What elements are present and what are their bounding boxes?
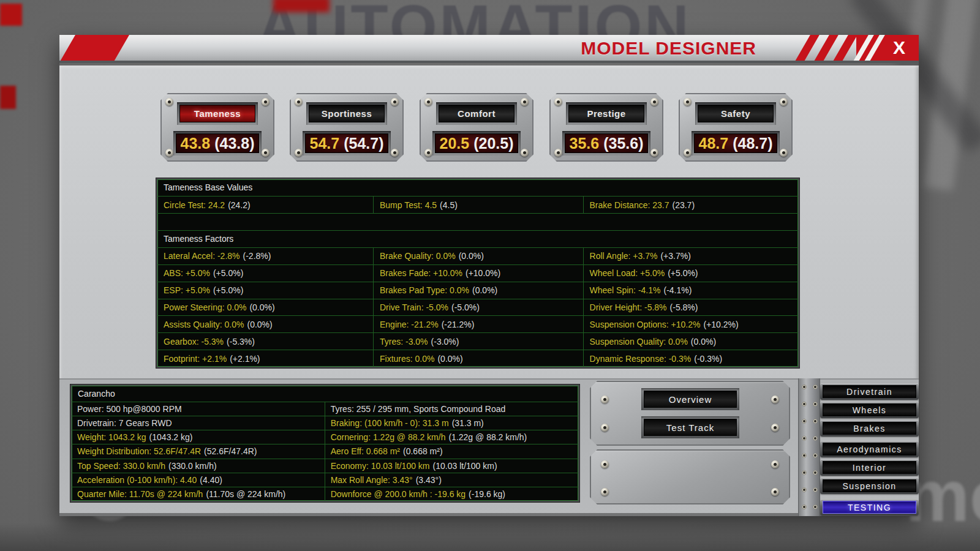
tab-label: Suspension: [823, 479, 916, 492]
stat-cell: Brakes Pad Type: 0.0%(0.0%): [373, 282, 583, 299]
gauge-value-paren: (54.7): [344, 135, 383, 152]
car-stat-paren: (1043.2 kg): [149, 432, 193, 442]
stat-label: Assists Quality: 0.0%: [164, 320, 244, 329]
car-stat-label: Weight: 1043.2 kg: [77, 432, 146, 442]
model-designer-window: MODEL DESIGNER X Tameness 43.8(43.8) Spo…: [59, 35, 919, 516]
tab-aerodynamics[interactable]: Aerodynamics: [820, 441, 919, 457]
screw-icon: [165, 149, 173, 157]
car-stat-paren: (0.668 m²): [403, 446, 443, 456]
gauge-value-display: 20.5(20.5): [432, 131, 521, 156]
gauge-prestige: Prestige 35.6(35.6): [549, 93, 663, 162]
car-stat-cell: Downforce @ 200.0 km/h : -19.6 kg(-19.6 …: [325, 487, 578, 501]
tab-brakes[interactable]: Brakes: [820, 420, 919, 437]
screw-icon: [771, 395, 779, 403]
title-bar: MODEL DESIGNER X: [59, 35, 919, 63]
stat-label: Footprint: +2.1%: [164, 354, 227, 364]
stat-paren: (+2.1%): [230, 354, 260, 364]
stat-paren: (+5.0%): [213, 268, 243, 278]
screw-icon: [262, 98, 270, 106]
gauge-label: Prestige: [568, 105, 644, 122]
stat-cell: Gearbox: -5.3%(-5.3%): [157, 333, 373, 350]
gauge-label: Sportiness: [309, 105, 385, 122]
stat-cell: Power Steering: 0.0%(0.0%): [157, 299, 373, 316]
car-stat-cell: Power: 500 hp@8000 RPM: [72, 402, 325, 416]
screw-icon: [780, 98, 788, 106]
close-x-icon: X: [893, 37, 905, 58]
table-row: Footprint: +2.1%(+2.1%) Fixtures: 0.0%(0…: [157, 350, 798, 367]
table-row: Acceleration (0-100 km/h): 4.40(4.40) Ma…: [72, 473, 578, 487]
gauge-value-display: 35.6(35.6): [562, 131, 650, 156]
car-stat-paren: (3.43°): [416, 475, 442, 485]
gauge-value: 48.7: [699, 135, 729, 152]
screw-icon: [521, 149, 529, 157]
car-stat-paren: (11.70s @ 224 km/h): [206, 489, 285, 499]
gauge-value-paren: (43.8): [214, 135, 254, 152]
gauge-value: 43.8: [181, 135, 211, 152]
gauge-comfort: Comfort 20.5(20.5): [420, 93, 533, 162]
car-stat-label: Top Speed: 330.0 km/h: [77, 461, 165, 471]
car-name: Carancho: [72, 386, 115, 402]
stat-cell: Brake Distance: 23.7(23.7): [583, 197, 798, 213]
gauge-value-paren: (35.6): [603, 135, 643, 152]
car-stat-paren: (10.03 lt/100 km): [433, 461, 497, 471]
tameness-stats-table: Tameness Base Values Circle Test: 24.2(2…: [156, 178, 799, 368]
tab-drivetrain[interactable]: Drivetrain: [820, 383, 919, 400]
stat-paren: (-2.8%): [243, 251, 271, 261]
close-button[interactable]: X: [856, 35, 919, 63]
stat-label: Driver Height: -5.8%: [590, 302, 667, 312]
stat-label: Fixtures: 0.0%: [380, 354, 434, 364]
overview-button[interactable]: Overview: [641, 388, 739, 410]
test-track-button-label: Test Track: [644, 419, 737, 436]
stat-label: Wheel Spin: -4.1%: [590, 285, 661, 295]
tab-interior[interactable]: Interior: [820, 459, 919, 476]
tab-label: Brakes: [823, 422, 916, 435]
car-stat-label: Acceleration (0-100 km/h): 4.40: [77, 475, 197, 485]
screw-icon: [391, 98, 399, 106]
car-stat-paren: (4.40): [200, 475, 222, 485]
stat-cell: Suspension Options: +10.2%(+10.2%): [583, 316, 798, 332]
table-row: Power: 500 hp@8000 RPM Tyres: 255 / 295 …: [72, 402, 578, 416]
stat-label: Lateral Accel: -2.8%: [164, 251, 240, 261]
car-stat-label: Economy: 10.03 lt/100 km: [331, 461, 430, 471]
car-stat-cell: Quarter Mile: 11.70s @ 224 km/h(11.70s @…: [72, 487, 325, 501]
table-row: Weight: 1043.2 kg(1043.2 kg) Cornering: …: [72, 430, 578, 444]
gauge-tab-prestige[interactable]: Prestige: [566, 102, 647, 125]
stat-paren: (23.7): [673, 200, 695, 210]
overview-button-label: Overview: [644, 391, 737, 408]
gauge-value-display: 54.7(54.7): [303, 131, 391, 156]
screw-icon: [554, 98, 562, 106]
stat-label: Wheel Load: +5.0%: [590, 268, 665, 278]
nav-panel: Overview Test Track: [590, 381, 790, 446]
stat-label: Suspension Quality: 0.0%: [590, 337, 688, 347]
gauge-tab-sportiness[interactable]: Sportiness: [306, 102, 387, 125]
gauge-tab-comfort[interactable]: Comfort: [436, 102, 517, 125]
screw-icon: [771, 460, 779, 468]
gauge-tameness: Tameness 43.8(43.8): [160, 93, 274, 162]
stat-cell: Assists Quality: 0.0%(0.0%): [157, 316, 373, 332]
car-stat-label: Downforce @ 200.0 km/h : -19.6 kg: [331, 489, 466, 499]
table-row: Top Speed: 330.0 km/h(330.0 km/h) Econom…: [72, 459, 578, 473]
gauge-tab-tameness[interactable]: Tameness: [177, 102, 258, 125]
stat-paren: (-5.8%): [670, 302, 698, 312]
stat-paren: (+10.0%): [466, 268, 500, 278]
tab-wheels[interactable]: Wheels: [820, 402, 919, 418]
car-stat-label: Max Roll Angle: 3.43°: [331, 475, 413, 485]
stat-paren: (0.0%): [459, 251, 484, 261]
stat-label: Brake Distance: 23.7: [590, 200, 669, 210]
screw-icon: [165, 98, 173, 106]
gauge-value: 20.5: [440, 135, 470, 152]
stat-cell: Driver Height: -5.8%(-5.8%): [583, 299, 798, 316]
gauge-tab-safety[interactable]: Safety: [695, 102, 776, 125]
tab-testing[interactable]: TESTING: [820, 499, 919, 515]
test-track-button[interactable]: Test Track: [641, 416, 739, 438]
stat-paren: (+10.2%): [704, 320, 739, 329]
gauge-label: Tameness: [179, 105, 255, 122]
stat-cell: Fixtures: 0.0%(0.0%): [373, 350, 583, 367]
stat-label: Circle Test: 24.2: [164, 200, 225, 210]
tab-label: Wheels: [823, 403, 916, 416]
tab-suspension[interactable]: Suspension: [820, 478, 919, 494]
stat-paren: (-4.1%): [663, 285, 692, 295]
background-floor-shadow: [0, 523, 980, 551]
screw-icon: [684, 98, 692, 106]
car-stat-cell: Max Roll Angle: 3.43°(3.43°): [325, 473, 578, 487]
